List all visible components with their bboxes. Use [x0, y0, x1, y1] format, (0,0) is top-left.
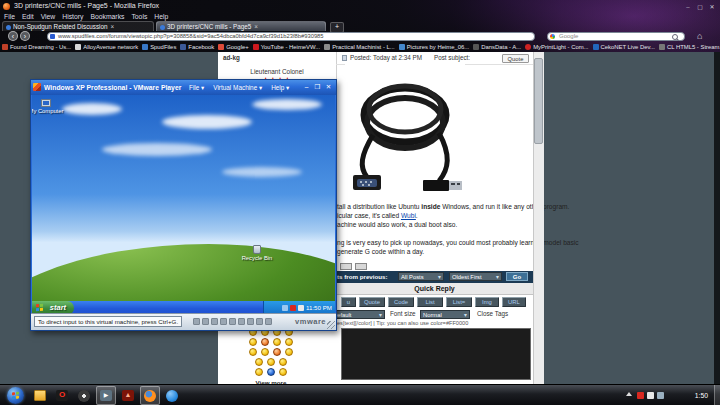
usb-icon[interactable]	[238, 318, 245, 325]
close-button[interactable]: ✕	[706, 2, 718, 12]
menu-history[interactable]: History	[62, 13, 83, 20]
xp-guest-screen[interactable]: My Computer Recycle Bin start 11:50 PM	[32, 95, 335, 315]
emoticon[interactable]	[279, 358, 287, 366]
volume-icon[interactable]	[298, 305, 304, 311]
profile-button[interactable]	[340, 263, 352, 270]
recycle-bin-icon[interactable]: Recycle Bin	[235, 245, 279, 261]
bookmark-item[interactable]: DansData - A...	[473, 44, 521, 50]
vmware-tools-icon[interactable]	[282, 305, 288, 311]
reply-textarea[interactable]	[341, 328, 531, 380]
vmware-minimize-button[interactable]: –	[301, 82, 312, 92]
bbcode-list-button[interactable]: List	[417, 297, 443, 307]
vmware-titlebar[interactable]: Windows XP Professional - VMware Player …	[31, 80, 336, 95]
emoticon[interactable]	[267, 358, 275, 366]
emoticon[interactable]	[285, 338, 293, 346]
bookmark-item[interactable]: Practical Machinist - L...	[324, 44, 395, 50]
taskbar-messenger[interactable]	[162, 386, 182, 405]
emoticon[interactable]	[261, 338, 269, 346]
bookmark-item[interactable]: Pictures by Heime_06...	[399, 44, 470, 50]
emoticon[interactable]	[255, 368, 263, 376]
sound-icon[interactable]	[247, 318, 254, 325]
cdrom-icon[interactable]	[202, 318, 209, 325]
bbcode-quote-button[interactable]: Quote	[359, 297, 385, 307]
wubi-link[interactable]: Wubi	[401, 212, 416, 219]
display-icon[interactable]	[265, 318, 272, 325]
font-size-select[interactable]: Normal	[420, 310, 470, 319]
search-icon[interactable]	[672, 34, 678, 40]
pm-button[interactable]	[355, 263, 367, 270]
bbcode-url-button[interactable]: URL	[502, 297, 526, 307]
show-desktop-button[interactable]	[714, 385, 720, 405]
bookmark-item[interactable]: CL HTML5 - Stream...	[659, 44, 720, 50]
bookmark-item[interactable]: CekoNET Live Dev...	[593, 44, 655, 50]
emoticon[interactable]	[273, 348, 281, 356]
bookmark-item[interactable]: SpudFiles	[142, 44, 176, 50]
update-icon[interactable]	[647, 392, 654, 399]
taskbar-explorer[interactable]	[30, 386, 50, 405]
emoticon[interactable]	[267, 368, 275, 376]
sort-order-select[interactable]: Oldest First	[449, 272, 502, 281]
taskbar-cd-player[interactable]	[74, 386, 94, 405]
bbcode-code-button[interactable]: Code	[388, 297, 414, 307]
bbcode-listeq-button[interactable]: List=	[446, 297, 472, 307]
taskbar-vlc[interactable]: ▲	[118, 386, 138, 405]
minimize-button[interactable]: –	[682, 2, 694, 12]
menu-bookmarks[interactable]: Bookmarks	[90, 13, 124, 20]
taskbar-vmware[interactable]: ▶	[96, 386, 116, 405]
antivirus-icon[interactable]	[637, 392, 644, 399]
maximize-button[interactable]: ▢	[694, 2, 706, 12]
post-username[interactable]: ad-kg	[223, 54, 240, 62]
quote-button[interactable]: Quote	[502, 54, 529, 63]
tab-non-spudgun[interactable]: Non-Spudgun Related Discussion×	[2, 21, 154, 31]
bookmark-item[interactable]: MyPrintLight - Com...	[525, 44, 588, 50]
tab-close-icon[interactable]: ×	[111, 23, 115, 30]
vmware-menu-file[interactable]: File ▾	[189, 84, 204, 91]
vmware-close-button[interactable]: ✕	[323, 82, 334, 92]
vmware-menu-virtual-machine[interactable]: Virtual Machine ▾	[213, 84, 262, 91]
bookmark-item[interactable]: Found Dreaming - Us...	[2, 44, 71, 50]
go-button[interactable]: Go	[506, 272, 528, 281]
resize-grip[interactable]	[327, 321, 335, 329]
taskbar-firefox[interactable]	[140, 386, 160, 405]
emoticon[interactable]	[273, 338, 281, 346]
emoticon[interactable]	[255, 358, 263, 366]
font-colour-select[interactable]: Default	[330, 310, 385, 319]
volume-icon[interactable]	[657, 392, 664, 399]
bookmark-item[interactable]: Google+	[218, 44, 248, 50]
bookmark-item[interactable]: AlloyAvenue network	[75, 44, 138, 50]
network-icon[interactable]	[220, 318, 227, 325]
vmware-menu-help[interactable]: Help ▾	[271, 84, 289, 91]
menu-edit[interactable]: Edit	[22, 13, 34, 20]
back-button[interactable]: ‹	[8, 31, 18, 41]
bookmark-item[interactable]: YouTube - HeimeVW...	[253, 44, 320, 50]
emoticon[interactable]	[285, 348, 293, 356]
show-hidden-icons[interactable]	[626, 392, 632, 396]
printer-icon[interactable]	[256, 318, 263, 325]
emoticon[interactable]	[279, 368, 287, 376]
security-alert-icon[interactable]	[290, 305, 296, 311]
bbcode-img-button[interactable]: Img	[475, 297, 499, 307]
my-computer-icon[interactable]: My Computer	[32, 99, 68, 114]
menu-view[interactable]: View	[41, 13, 56, 20]
hdd-icon[interactable]	[193, 318, 200, 325]
taskbar-clock[interactable]: 1:50 PM	[695, 385, 708, 405]
forward-button[interactable]: ›	[20, 31, 30, 41]
emoticon[interactable]	[249, 348, 257, 356]
scrollbar-thumb[interactable]	[534, 58, 543, 144]
emoticon[interactable]	[261, 348, 269, 356]
sort-posts-select[interactable]: All Posts	[398, 272, 444, 281]
taskbar-opera[interactable]: O	[52, 386, 72, 405]
usb-icon[interactable]	[229, 318, 236, 325]
close-tags-link[interactable]: Close Tags	[477, 310, 508, 318]
floppy-icon[interactable]	[211, 318, 218, 325]
search-input[interactable]: Google	[547, 32, 685, 41]
bbcode-u-button[interactable]: u	[341, 297, 356, 307]
bookmark-item[interactable]: Facebook	[180, 44, 214, 50]
menu-help[interactable]: Help	[154, 13, 168, 20]
start-orb[interactable]	[7, 387, 24, 404]
menu-file[interactable]: File	[4, 13, 15, 20]
vmware-maximize-button[interactable]: ❐	[312, 82, 323, 92]
url-input[interactable]: www.spudfiles.com/forums/viewtopic.php?p…	[47, 32, 535, 41]
tab-close-icon[interactable]: ×	[254, 23, 258, 30]
emoticon[interactable]	[249, 338, 257, 346]
